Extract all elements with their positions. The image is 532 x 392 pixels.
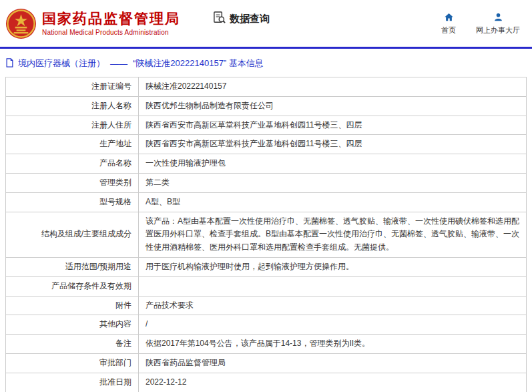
row-value: A型、B型	[139, 192, 527, 212]
brand-text: 国家药品监督管理局 National Medical Products Admi…	[42, 11, 180, 35]
row-value: 一次性使用输液护理包	[139, 154, 527, 174]
row-label: 管理类别	[6, 173, 139, 192]
row-value: 产品技术要求	[139, 296, 527, 315]
table-row: 注册证编号 陕械注准20222140157	[6, 77, 527, 97]
row-value: 陕西省药品监督管理局	[139, 353, 527, 373]
row-label: 适用范围/预期用途	[6, 257, 139, 276]
row-label: 生产地址	[6, 135, 139, 154]
row-label: 审批部门	[6, 353, 139, 373]
top-nav: 首页 网上办事大厅	[441, 12, 520, 35]
table-row: 审批部门 陕西省药品监督管理局	[6, 353, 527, 373]
table-row: 产品储存条件及有效期	[6, 276, 527, 296]
row-value: 第二类	[139, 173, 527, 192]
table-row: 注册人名称 陕西优邦生物制品制造有限责任公司	[6, 96, 527, 116]
document-search-icon	[212, 11, 226, 27]
table-row: 其他内容 /	[6, 315, 527, 335]
nav-home-label: 首页	[441, 25, 456, 35]
home-icon	[444, 12, 454, 23]
table-row: 注册人住所 陕西省西安市高新区草堂科技产业基地科创园11号楼三、四层	[6, 116, 527, 135]
row-label: 注册人名称	[6, 96, 139, 116]
row-value: 该产品：A型由基本配置一次性使用治疗巾、无菌棉签、透气胶贴、输液带、一次性使用碘…	[139, 212, 527, 257]
table-row: 备注 依据2017年第104号公告，该产品属于14-13，管理类别为II类。	[6, 335, 527, 354]
breadcrumb: 境内医疗器械（注册） —— “陕械注准20222140157” 基本信息	[0, 49, 532, 77]
nav-home[interactable]: 首页	[441, 12, 456, 35]
row-value: 陕西省西安市高新区草堂科技产业基地科创园11号楼三、四层	[139, 135, 527, 154]
row-value: 陕西优邦生物制品制造有限责任公司	[139, 96, 527, 116]
row-label: 注册人住所	[6, 116, 139, 135]
nav-online-hall-label: 网上办事大厅	[476, 25, 520, 35]
row-value: 2022-12-12	[139, 373, 527, 392]
breadcrumb-category[interactable]: 境内医疗器械（注册）	[18, 57, 105, 69]
row-value: 用于医疗机构输液护理时使用，起到输液护理方便操作用。	[139, 257, 527, 276]
org-name-en: National Medical Products Administration	[42, 29, 180, 36]
row-value: /	[139, 315, 527, 335]
row-value: 依据2017年第104号公告，该产品属于14-13，管理类别为II类。	[139, 335, 527, 354]
row-value	[139, 276, 527, 296]
table-row: 型号规格 A型、B型	[6, 192, 527, 212]
national-emblem-logo	[5, 8, 37, 39]
row-label: 附件	[6, 296, 139, 315]
row-label: 备注	[6, 335, 139, 354]
site-header: 国家药品监督管理局 National Medical Products Admi…	[0, 0, 532, 47]
org-name-cn: 国家药品监督管理局	[42, 11, 180, 27]
row-value: 陕西省西安市高新区草堂科技产业基地科创园11号楼三、四层	[139, 116, 527, 135]
table-row: 管理类别 第二类	[6, 173, 527, 192]
data-query-section: 数据查询	[212, 11, 270, 27]
document-icon	[5, 58, 14, 69]
page: 国家药品监督管理局 National Medical Products Admi…	[0, 0, 532, 392]
row-label: 批准日期	[6, 373, 139, 392]
row-label: 产品名称	[6, 154, 139, 174]
person-icon	[493, 12, 503, 23]
breadcrumb-separator: ——	[110, 59, 127, 69]
row-label: 注册证编号	[6, 77, 139, 97]
table-row: 结构及组成/主要组成成分 该产品：A型由基本配置一次性使用治疗巾、无菌棉签、透气…	[6, 212, 527, 257]
row-value: 陕械注准20222140157	[139, 77, 527, 97]
breadcrumb-title: “陕械注准20222140157” 基本信息	[133, 57, 264, 69]
row-label: 型号规格	[6, 192, 139, 212]
row-label: 产品储存条件及有效期	[6, 276, 139, 296]
data-query-label: 数据查询	[230, 13, 270, 25]
row-label: 结构及组成/主要组成成分	[6, 212, 139, 257]
table-row: 适用范围/预期用途 用于医疗机构输液护理时使用，起到输液护理方便操作用。	[6, 257, 527, 276]
registration-info-table: 注册证编号 陕械注准20222140157 注册人名称 陕西优邦生物制品制造有限…	[5, 77, 527, 392]
table-row: 附件 产品技术要求	[6, 296, 527, 315]
row-label: 其他内容	[6, 315, 139, 335]
table-row: 生产地址 陕西省西安市高新区草堂科技产业基地科创园11号楼三、四层	[6, 135, 527, 154]
table-row: 产品名称 一次性使用输液护理包	[6, 154, 527, 174]
table-row: 批准日期 2022-12-12	[6, 373, 527, 392]
brand: 国家药品监督管理局 National Medical Products Admi…	[5, 8, 180, 39]
nav-online-hall[interactable]: 网上办事大厅	[476, 12, 520, 35]
